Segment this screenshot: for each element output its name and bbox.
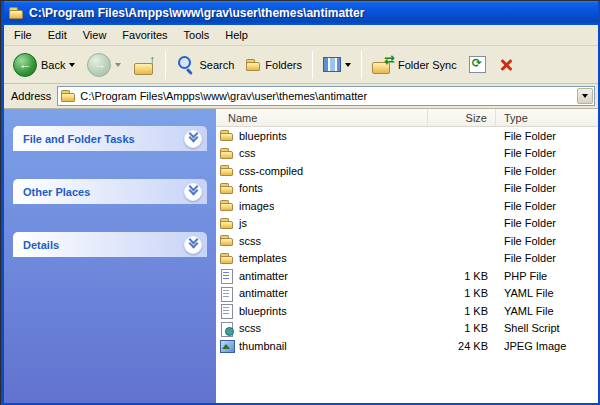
menu-favorites[interactable]: Favorites	[114, 26, 175, 44]
task-panel-header[interactable]: Other Places	[13, 179, 207, 204]
toolbar-separator	[165, 51, 166, 79]
file-size	[428, 250, 496, 268]
file-size: 1 KB	[428, 285, 496, 303]
search-icon	[176, 55, 195, 74]
file-name-cell: thumbnail	[216, 337, 428, 355]
file-size	[428, 215, 496, 233]
file-name-cell: scss	[216, 232, 428, 250]
window-folder-icon	[9, 6, 24, 20]
chevron-double-down-icon[interactable]	[184, 183, 202, 201]
file-row[interactable]: fonts File Folder	[216, 180, 598, 198]
task-panel-header[interactable]: Details	[13, 232, 207, 257]
file-row[interactable]: css-compiled File Folder	[216, 162, 598, 180]
file-name: blueprints	[239, 305, 287, 317]
file-name: antimatter	[239, 287, 288, 299]
file-row[interactable]: images File Folder	[216, 197, 598, 215]
file-type: YAML File	[496, 302, 598, 320]
back-label: Back	[41, 59, 65, 71]
menu-edit[interactable]: Edit	[40, 26, 75, 44]
file-row[interactable]: scss File Folder	[216, 232, 598, 250]
file-name-cell: fonts	[216, 180, 428, 198]
file-type: JPEG Image	[496, 337, 598, 355]
window-title: C:\Program Files\Ampps\www\grav\user\the…	[29, 6, 364, 20]
file-name: templates	[239, 252, 287, 264]
file-name-cell: blueprints	[216, 127, 428, 145]
file-name-cell: images	[216, 197, 428, 215]
file-size: 1 KB	[428, 267, 496, 285]
file-size: 24 KB	[428, 337, 496, 355]
task-pane-sidebar: File and Folder Tasks Other Places Detai…	[4, 109, 216, 403]
file-name-cell: antimatter	[216, 285, 428, 303]
task-panel-header[interactable]: File and Folder Tasks	[13, 126, 207, 151]
file-row[interactable]: antimatter 1 KB PHP File	[216, 267, 598, 285]
up-button[interactable]	[128, 52, 160, 78]
file-row[interactable]: scss 1 KB Shell Script	[216, 320, 598, 338]
address-value: C:\Program Files\Ampps\www\grav\user\the…	[80, 90, 573, 102]
delete-button[interactable]	[493, 54, 519, 76]
file-row[interactable]: templates File Folder	[216, 250, 598, 268]
red-x-icon	[498, 57, 514, 73]
file-type: File Folder	[496, 197, 598, 215]
file-row[interactable]: antimatter 1 KB YAML File	[216, 285, 598, 303]
menu-tools[interactable]: Tools	[176, 26, 218, 44]
yaml-file-icon	[219, 303, 234, 318]
file-name-cell: css	[216, 145, 428, 163]
file-size	[428, 180, 496, 198]
file-name: css-compiled	[239, 165, 303, 177]
file-row[interactable]: blueprints File Folder	[216, 127, 598, 145]
file-size: 1 KB	[428, 320, 496, 338]
chevron-double-down-icon[interactable]	[184, 130, 202, 148]
file-type: Shell Script	[496, 320, 598, 338]
address-folder-icon	[61, 89, 76, 103]
views-button[interactable]	[318, 54, 356, 75]
views-dropdown-icon[interactable]	[345, 63, 351, 67]
menu-help[interactable]: Help	[217, 26, 256, 44]
file-list-panel: Name Size Type blueprints File Folder cs…	[216, 109, 598, 403]
php-file-icon	[219, 268, 234, 283]
folder-icon	[219, 163, 234, 178]
address-input[interactable]: C:\Program Files\Ampps\www\grav\user\the…	[57, 86, 595, 106]
folder-icon	[219, 181, 234, 196]
task-panel-title: Details	[23, 239, 59, 251]
toolbar-separator	[312, 51, 313, 79]
forward-button[interactable]	[82, 50, 126, 80]
column-header-type[interactable]: Type	[496, 109, 598, 126]
file-row[interactable]: js File Folder	[216, 215, 598, 233]
folder-icon	[219, 251, 234, 266]
file-type: YAML File	[496, 285, 598, 303]
search-button[interactable]: Search	[171, 52, 239, 77]
file-name: blueprints	[239, 130, 287, 142]
back-button[interactable]: Back	[8, 50, 80, 80]
title-bar[interactable]: C:\Program Files\Ampps\www\grav\user\the…	[4, 1, 598, 25]
folders-button[interactable]: Folders	[241, 55, 307, 75]
back-dropdown-icon[interactable]	[69, 63, 75, 67]
file-name-cell: js	[216, 215, 428, 233]
folder-icon	[219, 128, 234, 143]
address-bar: Address C:\Program Files\Ampps\www\grav\…	[4, 84, 598, 109]
file-name: images	[239, 200, 274, 212]
folders-icon	[246, 58, 261, 72]
explorer-window: C:\Program Files\Ampps\www\grav\user\the…	[1, 1, 600, 405]
folder-sync-button[interactable]: Folder Sync	[367, 53, 462, 77]
task-panel-details: Details	[13, 232, 207, 257]
menu-view[interactable]: View	[75, 26, 115, 44]
column-header-name[interactable]: Name	[216, 109, 428, 126]
file-row[interactable]: blueprints 1 KB YAML File	[216, 302, 598, 320]
menu-file[interactable]: File	[6, 26, 40, 44]
task-panel-title: Other Places	[23, 186, 90, 198]
file-name: js	[239, 217, 247, 229]
up-icon	[133, 55, 155, 75]
column-header-size[interactable]: Size	[428, 109, 496, 126]
refresh-button[interactable]	[464, 53, 491, 76]
file-row[interactable]: thumbnail 24 KB JPEG Image	[216, 337, 598, 355]
file-size	[428, 232, 496, 250]
chevron-down-icon	[582, 94, 588, 98]
file-name: antimatter	[239, 270, 288, 282]
task-panel-title: File and Folder Tasks	[23, 133, 135, 145]
file-row[interactable]: css File Folder	[216, 145, 598, 163]
file-type: File Folder	[496, 232, 598, 250]
chevron-double-down-icon[interactable]	[184, 236, 202, 254]
file-size	[428, 145, 496, 163]
address-dropdown-button[interactable]	[577, 88, 593, 104]
file-name: scss	[239, 235, 261, 247]
